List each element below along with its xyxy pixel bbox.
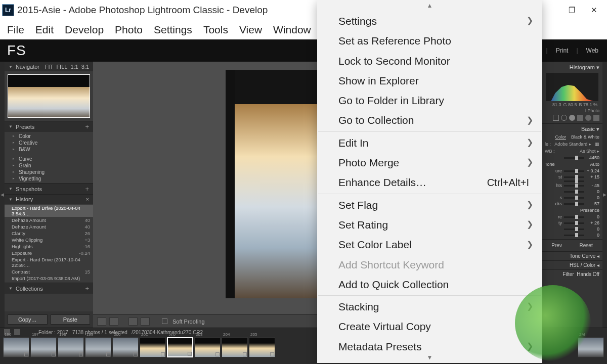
menu-item[interactable]: Edit In❯ <box>317 133 542 153</box>
close-icon[interactable]: ✕ <box>583 0 605 20</box>
left-edge-handle[interactable]: ◀ <box>0 62 5 328</box>
filmstrip-thumb[interactable]: 196 <box>3 337 29 357</box>
navigator-preview[interactable] <box>5 71 93 121</box>
menu-item[interactable]: Enhance Details…Ctrl+Alt+I <box>317 172 542 192</box>
menu-scroll-down-icon[interactable]: ▼ <box>317 352 542 363</box>
nav-zoom-1-1[interactable]: 1:1 <box>70 64 78 70</box>
preset-item[interactable]: B&W <box>5 146 93 153</box>
nav-zoom-3-1[interactable]: 3:1 <box>81 64 89 70</box>
history-row[interactable]: Exposure-0.24 <box>5 250 93 256</box>
history-row[interactable]: Export - Hard Drive (2017-10-04 22:59:… <box>5 256 93 268</box>
collections-header[interactable]: ▼Collections + <box>5 283 93 294</box>
navigator-header[interactable]: ▼ Navigator FIT FILL 1:1 3:1 <box>5 62 93 71</box>
filmstrip-thumb[interactable]: 203 <box>194 337 221 357</box>
menu-tools[interactable]: Tools <box>198 23 233 37</box>
menu-window[interactable]: Window <box>268 23 316 37</box>
history-row[interactable]: White Clipping+3 <box>5 237 93 243</box>
menu-scroll-up-icon[interactable]: ▲ <box>317 0 542 11</box>
tool-radial-icon[interactable] <box>585 115 591 121</box>
slider[interactable]: cks- 57 <box>545 201 599 207</box>
histogram-label[interactable]: Histogram ▾ <box>545 63 599 72</box>
snapshots-header[interactable]: ▼Snapshots + <box>5 183 93 194</box>
treatment-bw[interactable]: Black & White <box>571 134 599 140</box>
preset-item[interactable]: Color <box>5 133 93 140</box>
preset-item[interactable]: Vignetting <box>5 175 93 182</box>
tool-brush-icon[interactable] <box>593 115 599 121</box>
treatment-color[interactable]: Color <box>555 134 566 140</box>
tool-redeye-icon[interactable] <box>569 115 575 121</box>
menu-file[interactable]: File <box>2 23 29 37</box>
history-row[interactable]: Contrast15 <box>5 268 93 275</box>
filmstrip-thumb[interactable]: 2M <box>578 337 604 357</box>
history-row[interactable]: Dehaze Amount40 <box>5 223 93 230</box>
menu-item[interactable]: Add to Quick Collection <box>317 275 542 294</box>
slider[interactable]: 0 <box>545 189 599 195</box>
copy-button[interactable]: Copy… <box>8 314 48 325</box>
menu-item[interactable]: Go to Folder in Library <box>317 90 542 110</box>
reset-button[interactable]: Reset <box>580 243 593 248</box>
menu-item[interactable]: Metadata Presets❯ <box>317 337 542 352</box>
temp-slider[interactable]: 4450 <box>545 155 599 161</box>
toolbar-icon[interactable] <box>128 317 138 326</box>
menu-item[interactable]: Settings❯ <box>317 11 542 31</box>
menu-item[interactable]: Show in Explorer <box>317 71 542 90</box>
preset-item[interactable]: Curve <box>5 156 93 162</box>
before-after-icon[interactable] <box>109 317 118 326</box>
basic-header[interactable]: Basic ▾ <box>545 125 599 133</box>
slider[interactable]: 0 <box>545 226 599 232</box>
paste-button[interactable]: Paste <box>51 314 91 325</box>
add-collection-icon[interactable]: + <box>85 285 89 292</box>
preset-item[interactable]: Creative <box>5 140 93 146</box>
profile-select[interactable]: Adobe Standard ▸ <box>554 142 591 147</box>
menu-item[interactable]: Go to Collection❯ <box>317 110 542 130</box>
menu-item[interactable]: Set Rating❯ <box>317 215 542 235</box>
filmstrip-thumb[interactable]: 198 <box>58 337 84 357</box>
tool-grad-icon[interactable] <box>577 115 583 121</box>
slider[interactable]: 0 <box>545 232 599 238</box>
loupe-view-icon[interactable] <box>97 317 106 326</box>
auto-button[interactable]: Auto <box>590 162 599 167</box>
menu-edit[interactable]: Edit <box>30 23 59 37</box>
menu-develop[interactable]: Develop <box>60 23 109 37</box>
module-web[interactable]: Web <box>585 47 600 54</box>
tool-spot-icon[interactable] <box>561 115 567 121</box>
menu-item[interactable]: Set as Reference Photo <box>317 31 542 51</box>
menu-item[interactable]: Photo Merge❯ <box>317 153 542 172</box>
slider[interactable]: st+ 15 <box>545 174 599 180</box>
grid-view-icon[interactable] <box>14 329 20 335</box>
history-header[interactable]: ▼History × <box>5 194 93 204</box>
slider[interactable]: ty+ 26 <box>545 220 599 226</box>
filmstrip-thumb[interactable]: 205 <box>249 337 275 357</box>
preset-item[interactable]: Grain <box>5 162 93 169</box>
add-snapshot-icon[interactable]: + <box>85 185 89 193</box>
previous-button[interactable]: Prev <box>551 243 562 248</box>
nav-zoom-fit[interactable]: FIT <box>45 64 54 70</box>
filmstrip-thumb[interactable]: 204 <box>222 337 248 357</box>
history-row[interactable]: Highlights-16 <box>5 243 93 250</box>
right-edge-handle[interactable]: ▶ <box>602 62 607 328</box>
menu-item[interactable]: Stacking❯ <box>317 297 542 316</box>
menu-item[interactable]: Set Color Label❯ <box>317 235 542 254</box>
filmstrip-thumb[interactable]: 201 <box>140 337 166 357</box>
clear-history-icon[interactable]: × <box>86 196 89 202</box>
menu-settings[interactable]: Settings <box>149 23 197 37</box>
restore-icon[interactable]: ❐ <box>560 0 583 20</box>
profile-browser-icon[interactable]: ▦ <box>595 142 599 147</box>
history-row[interactable]: Export - Hard Drive (2020-04-04 3:54:3… <box>5 205 93 217</box>
softproof-checkbox[interactable] <box>162 318 167 324</box>
menu-item[interactable]: Set Flag❯ <box>317 195 542 215</box>
filmstrip-thumb[interactable]: 202 <box>167 337 193 357</box>
preset-item[interactable]: Sharpening <box>5 169 93 175</box>
menu-photo[interactable]: Photo <box>110 23 148 37</box>
slider[interactable]: ure+ 0.24 <box>545 168 599 174</box>
history-row[interactable]: Import (2017-03-05 9:38:08 AM) <box>5 275 93 282</box>
add-preset-icon[interactable]: + <box>85 123 89 130</box>
tool-crop-icon[interactable] <box>553 115 559 121</box>
slider[interactable]: re0 <box>545 214 599 220</box>
hsl-header[interactable]: HSL / Color ◂ <box>542 260 602 269</box>
toolbar-icon[interactable] <box>141 317 150 326</box>
slider[interactable]: hts- 45 <box>545 183 599 189</box>
slider[interactable]: s0 <box>545 195 599 201</box>
filmstrip-thumb[interactable]: 199 <box>85 337 111 357</box>
menu-view[interactable]: View <box>234 23 267 37</box>
